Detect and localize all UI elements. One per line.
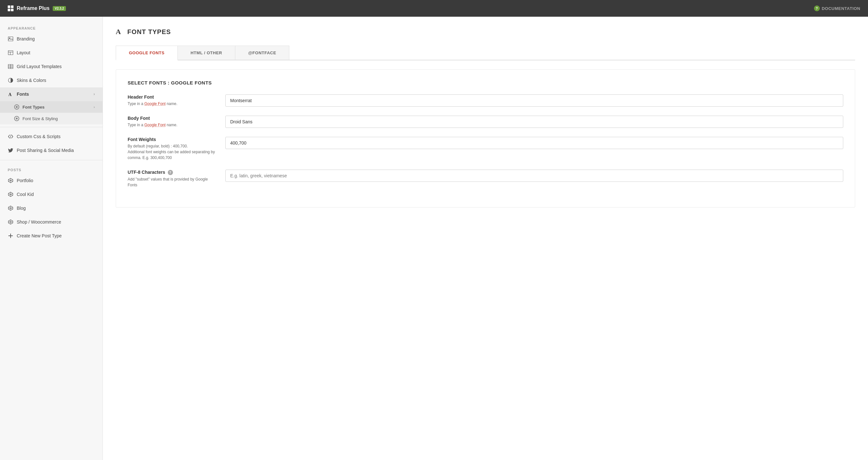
body-font-title: Body Font (128, 116, 218, 121)
cube-icon-blog (8, 205, 13, 211)
sidebar-item-portfolio[interactable]: Portfolio (0, 174, 102, 188)
font-weights-input[interactable] (225, 137, 843, 149)
page-title-row: A FONT TYPES (116, 27, 855, 37)
form-row-font-weights: Font Weights By default (regular, bold) … (128, 137, 843, 161)
utf8-desc: Add "subset" values that is provided by … (128, 176, 218, 188)
form-section-title: SELECT FONTS : GOOGLE FONTS (128, 80, 843, 86)
sidebar-item-create-new-post-type[interactable]: Create New Post Type (0, 229, 102, 243)
question-icon: ? (814, 5, 820, 11)
custom-css-scripts-label: Custom Css & Scripts (17, 134, 60, 139)
body-font-label-group: Body Font Type in a Google Font name. (128, 116, 218, 128)
topbar-right[interactable]: ? DOCUMENTATION (814, 5, 860, 11)
font-weights-title: Font Weights (128, 137, 218, 142)
sidebar-item-custom-css-scripts[interactable]: Custom Css & Scripts (0, 130, 102, 143)
documentation-label[interactable]: DOCUMENTATION (822, 6, 860, 11)
cube-icon-portfolio (8, 178, 13, 184)
header-font-desc: Type in a Google Font name. (128, 101, 218, 107)
font-title-icon: A (116, 27, 123, 37)
form-row-utf8: UTF-8 Characters ? Add "subset" values t… (128, 170, 843, 188)
topbar-left: Reframe Plus V2.3.2 (8, 5, 66, 11)
header-font-input[interactable] (225, 94, 843, 107)
posts-section-label: POSTS (0, 163, 102, 174)
font-weights-desc: By default (regular, bold) : 400,700. Ad… (128, 143, 218, 161)
branding-label: Branding (17, 36, 35, 41)
sidebar-item-skins-colors[interactable]: Skins & Colors (0, 73, 102, 87)
fonts-label: Fonts (17, 92, 29, 97)
font-a-icon: A (8, 91, 13, 97)
appearance-section-label: APPEARANCE (0, 23, 102, 32)
font-size-styling-label: Font Size & Styling (23, 116, 58, 121)
version-badge: V2.3.2 (53, 6, 66, 11)
layout: APPEARANCE Branding Layout (0, 17, 868, 460)
sub-bullet-icon-2 (14, 116, 19, 121)
font-weights-input-wrapper (225, 137, 843, 149)
sidebar: APPEARANCE Branding Layout (0, 17, 103, 460)
layout-icon (8, 50, 13, 56)
svg-text:A: A (116, 28, 121, 35)
body-google-font-link[interactable]: Google Font (144, 123, 165, 127)
sidebar-item-grid-layout-templates[interactable]: Grid Layout Templates (0, 60, 102, 73)
utf8-input-wrapper (225, 170, 843, 182)
cube-icon-shop (8, 219, 13, 225)
circle-half-icon (8, 77, 13, 83)
cool-kid-label: Cool Kid (17, 192, 34, 197)
tabs-container: GOOGLE FONTS HTML / OTHER @FONTFACE (116, 45, 855, 60)
svg-line-11 (10, 135, 11, 138)
sidebar-sub-item-font-types[interactable]: Font Types › (0, 101, 102, 113)
skins-colors-label: Skins & Colors (17, 78, 46, 83)
logo-grid-icon (8, 5, 13, 11)
app-name: Reframe Plus (17, 5, 50, 11)
twitter-icon (8, 147, 13, 153)
posts-divider (0, 160, 102, 160)
main-content: A FONT TYPES GOOGLE FONTS HTML / OTHER @… (103, 17, 868, 460)
page-title: FONT TYPES (127, 28, 171, 36)
body-font-input[interactable] (225, 116, 843, 128)
sidebar-item-cool-kid[interactable]: Cool Kid (0, 188, 102, 201)
body-font-desc: Type in a Google Font name. (128, 122, 218, 128)
portfolio-label: Portfolio (17, 178, 33, 183)
sidebar-item-shop-woocommerce[interactable]: Shop / Woocommerce (0, 215, 102, 229)
sidebar-item-post-sharing-social[interactable]: Post Sharing & Social Media (0, 143, 102, 157)
header-google-font-link[interactable]: Google Font (144, 101, 165, 106)
layout-label: Layout (17, 50, 30, 55)
body-font-input-wrapper (225, 116, 843, 128)
font-weights-label-group: Font Weights By default (regular, bold) … (128, 137, 218, 161)
grid-layout-templates-label: Grid Layout Templates (17, 64, 62, 69)
code-icon (8, 134, 13, 139)
fonts-chevron-icon: › (94, 92, 95, 96)
form-row-header-font: Header Font Type in a Google Font name. (128, 94, 843, 107)
sub-bullet-icon (14, 104, 19, 109)
utf8-label-group: UTF-8 Characters ? Add "subset" values t… (128, 170, 218, 188)
image-icon (8, 36, 13, 42)
sidebar-item-branding[interactable]: Branding (0, 32, 102, 46)
sidebar-item-fonts[interactable]: A Fonts › (0, 87, 102, 101)
sidebar-item-layout[interactable]: Layout (0, 46, 102, 60)
plus-icon (8, 233, 13, 239)
blog-label: Blog (17, 206, 26, 211)
form-row-body-font: Body Font Type in a Google Font name. (128, 116, 843, 128)
form-section: SELECT FONTS : GOOGLE FONTS Header Font … (116, 69, 855, 207)
tab-google-fonts[interactable]: GOOGLE FONTS (116, 45, 178, 60)
utf8-title: UTF-8 Characters ? (128, 170, 218, 175)
svg-rect-0 (8, 37, 13, 41)
create-new-post-type-label: Create New Post Type (17, 233, 62, 238)
font-types-chevron-icon: › (94, 105, 95, 109)
topbar: Reframe Plus V2.3.2 ? DOCUMENTATION (0, 0, 868, 17)
svg-rect-2 (8, 51, 13, 55)
cube-icon-cool-kid (8, 192, 13, 197)
header-font-label-group: Header Font Type in a Google Font name. (128, 94, 218, 107)
tab-fontface[interactable]: @FONTFACE (235, 45, 289, 60)
sidebar-divider (0, 127, 102, 127)
utf8-input[interactable] (225, 170, 843, 182)
header-font-input-wrapper (225, 94, 843, 107)
sidebar-sub-item-font-size-styling[interactable]: Font Size & Styling (0, 113, 102, 124)
sidebar-item-blog[interactable]: Blog (0, 201, 102, 215)
post-sharing-social-label: Post Sharing & Social Media (17, 148, 73, 153)
utf8-help-icon[interactable]: ? (168, 170, 173, 175)
shop-woocommerce-label: Shop / Woocommerce (17, 220, 61, 225)
svg-text:A: A (8, 92, 12, 97)
tab-html-other[interactable]: HTML / OTHER (178, 45, 235, 60)
font-types-label: Font Types (23, 105, 44, 109)
grid-layout-icon (8, 64, 13, 69)
header-font-title: Header Font (128, 94, 218, 100)
